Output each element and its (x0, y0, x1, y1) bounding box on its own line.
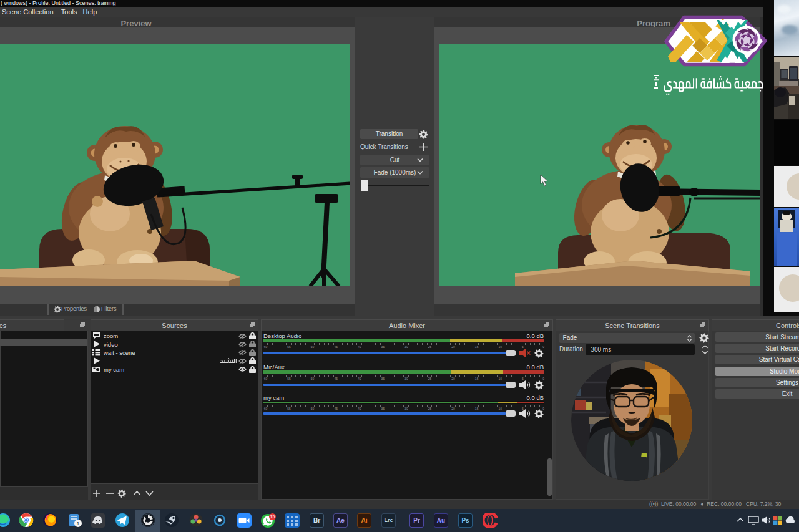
svg-text:15: 15 (270, 515, 275, 519)
svg-text:1: 1 (77, 521, 80, 526)
